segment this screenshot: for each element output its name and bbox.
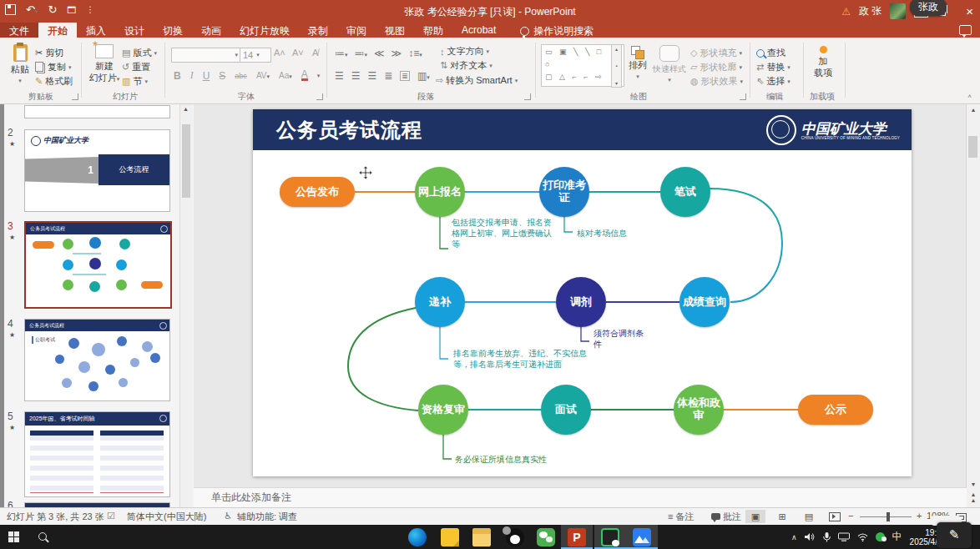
notes-toggle[interactable]: ≡ 备注 bbox=[668, 511, 694, 523]
arrange-button[interactable]: 排列▾ bbox=[624, 46, 651, 80]
meeting-app-taskbar-item[interactable] bbox=[626, 525, 658, 549]
view-normal-button[interactable]: ▣ bbox=[745, 510, 765, 523]
tab-review[interactable]: 审阅 bbox=[337, 23, 376, 38]
tray-chevron-icon[interactable]: ∧ bbox=[791, 533, 797, 541]
slide-counter[interactable]: 幻灯片 第 3 张, 共 23 张 bbox=[7, 511, 104, 523]
proofing-icon[interactable]: ☑ bbox=[107, 511, 115, 521]
tab-record[interactable]: 录制 bbox=[299, 23, 337, 38]
volume-icon[interactable] bbox=[805, 532, 816, 541]
align-left-icon[interactable]: ☰ bbox=[335, 70, 344, 82]
tab-transitions[interactable]: 切换 bbox=[154, 23, 192, 38]
powerpoint-taskbar-item[interactable]: P bbox=[561, 525, 593, 549]
text-direction-button[interactable]: ↕文字方向▾ bbox=[440, 45, 489, 58]
tab-home[interactable]: 开始 bbox=[38, 23, 77, 38]
view-reading-button[interactable]: ▤ bbox=[799, 510, 819, 523]
ime-indicator[interactable]: 中 bbox=[892, 530, 902, 544]
flow-node-announcement[interactable]: 公告发布 bbox=[280, 177, 355, 207]
align-text-button[interactable]: ⇅对齐文本▾ bbox=[440, 59, 493, 72]
abc-strike-button[interactable]: abc bbox=[235, 72, 247, 80]
shapes-gallery-scrollbar[interactable]: ▴▪▾ bbox=[611, 44, 622, 88]
start-button[interactable] bbox=[8, 531, 19, 542]
tab-slideshow[interactable]: 幻灯片放映 bbox=[230, 23, 299, 38]
avatar[interactable] bbox=[890, 3, 906, 19]
tray-green-status-icon[interactable] bbox=[876, 532, 885, 541]
increase-indent-icon[interactable]: ≫ bbox=[391, 48, 402, 59]
close-icon[interactable]: × bbox=[966, 5, 973, 18]
tab-file[interactable]: 文件 bbox=[0, 23, 38, 38]
qq-icon[interactable] bbox=[506, 528, 524, 546]
account-name[interactable]: 政 张 bbox=[859, 4, 881, 18]
sticky-notes-icon[interactable] bbox=[441, 528, 459, 546]
wifi-icon[interactable] bbox=[857, 533, 868, 541]
zoom-out-button[interactable]: − bbox=[848, 511, 853, 521]
flow-node-physical-political[interactable]: 体检和政审 bbox=[674, 385, 724, 435]
tab-acrobat[interactable]: Acrobat bbox=[452, 23, 505, 38]
select-button[interactable]: ⇖选择▾ bbox=[756, 75, 791, 88]
microphone-icon[interactable] bbox=[823, 532, 831, 542]
font-size-combo[interactable]: 14▾ bbox=[240, 48, 271, 63]
bold-button[interactable]: B bbox=[174, 70, 181, 82]
taskbar-search-icon[interactable] bbox=[38, 532, 47, 541]
collapse-ribbon-icon[interactable]: ˄ bbox=[967, 93, 972, 100]
section-button[interactable]: ▥节▾ bbox=[122, 75, 148, 88]
tab-insert[interactable]: 插入 bbox=[77, 23, 115, 38]
warning-icon[interactable]: ⚠ bbox=[841, 6, 851, 18]
reset-button[interactable]: ↺重置 bbox=[122, 61, 150, 73]
slide-canvas[interactable]: 公务员考试流程 中国矿业大学 CHINA UNIVERSITY OF MININ… bbox=[253, 109, 912, 476]
align-center-icon[interactable]: ☰ bbox=[351, 70, 361, 82]
addins-button[interactable]: 加 载项 bbox=[808, 46, 838, 79]
previous-slide-button[interactable]: ▲▲ bbox=[967, 491, 980, 503]
change-case-button[interactable]: Aa▾ bbox=[279, 71, 292, 80]
editor-vertical-scrollbar[interactable]: ▲ ▼ ▲▲ bbox=[966, 104, 980, 507]
new-slide-button[interactable]: 新建 幻灯片▾ bbox=[87, 44, 122, 84]
flow-node-score-inquiry[interactable]: 成绩查询 bbox=[679, 277, 730, 327]
paragraph-dialog-launcher[interactable] bbox=[524, 93, 531, 100]
projector-icon[interactable] bbox=[838, 532, 850, 541]
copy-button[interactable]: 复制▾ bbox=[35, 61, 72, 73]
replace-button[interactable]: ⇄替换▾ bbox=[756, 61, 791, 73]
italic-button[interactable]: I bbox=[190, 69, 194, 82]
flow-node-adjustment[interactable]: 调剂 bbox=[556, 277, 606, 327]
edge-icon[interactable] bbox=[408, 528, 427, 546]
language-indicator[interactable]: 简体中文(中国大陆) bbox=[127, 511, 206, 523]
columns-icon[interactable]: ▥▾ bbox=[417, 70, 430, 82]
bullets-icon[interactable]: ≔▾ bbox=[335, 48, 348, 59]
thumbnail-scrollbar[interactable]: ▲ bbox=[179, 104, 193, 507]
file-explorer-icon[interactable] bbox=[472, 528, 491, 546]
font-name-combo[interactable]: ▾ bbox=[171, 48, 241, 63]
font-dialog-launcher[interactable] bbox=[316, 93, 323, 100]
comments-toggle[interactable]: 批注 bbox=[711, 511, 741, 523]
align-right-icon[interactable]: ☰ bbox=[368, 70, 377, 82]
flow-node-replacement[interactable]: 递补 bbox=[415, 277, 465, 327]
zoom-slider[interactable] bbox=[860, 516, 912, 517]
justify-icon[interactable]: ≣ bbox=[384, 70, 392, 82]
flow-node-online-registration[interactable]: 网上报名 bbox=[415, 167, 465, 217]
flow-node-public-notice[interactable]: 公示 bbox=[798, 395, 873, 425]
clipboard-dialog-launcher[interactable] bbox=[72, 93, 78, 100]
thumbnail-slide-2[interactable]: 中国矿业大学 1 公考流程 bbox=[24, 129, 170, 212]
drawing-dialog-launcher[interactable] bbox=[740, 93, 746, 100]
font-color-button[interactable]: A bbox=[301, 70, 308, 81]
shape-outline-button[interactable]: ▱形状轮廓▾ bbox=[690, 61, 742, 73]
smartart-button[interactable]: ⇨转换为 SmartArt▾ bbox=[436, 74, 518, 87]
tab-help[interactable]: 帮助 bbox=[414, 23, 452, 38]
thumbnail-slide-5[interactable]: 2025年国、省考试时间轴 bbox=[24, 411, 170, 497]
notes-panel[interactable]: 单击此处添加备注 bbox=[194, 487, 967, 507]
tell-me-search[interactable]: 操作说明搜索 bbox=[520, 23, 594, 38]
shape-effects-button[interactable]: ◍形状效果▾ bbox=[690, 75, 743, 88]
flow-node-print-ticket[interactable]: 打印准考证 bbox=[539, 167, 589, 217]
tab-animations[interactable]: 动画 bbox=[192, 23, 230, 38]
clear-format-icon[interactable]: A̸ bbox=[312, 48, 318, 58]
paste-button[interactable]: 粘贴▾ bbox=[7, 44, 33, 84]
view-slide-sorter-button[interactable]: ⊞ bbox=[772, 510, 792, 523]
shape-fill-button[interactable]: ◇形状填充▾ bbox=[690, 47, 742, 59]
tab-view[interactable]: 视图 bbox=[376, 23, 414, 38]
thumbnail-slide-4[interactable]: 公务员考试流程 公职考试 bbox=[24, 319, 170, 401]
screenshare-taskbar-item[interactable] bbox=[594, 525, 626, 549]
char-spacing-button[interactable]: AV▾ bbox=[256, 71, 270, 80]
quick-styles-button[interactable]: 快速样式▾ bbox=[653, 45, 686, 83]
numbering-icon[interactable]: ≕▾ bbox=[355, 48, 368, 59]
strike-button[interactable]: S bbox=[219, 70, 225, 82]
comments-panel-icon[interactable] bbox=[959, 25, 972, 35]
shrink-font-icon[interactable]: A˅ bbox=[292, 48, 304, 58]
